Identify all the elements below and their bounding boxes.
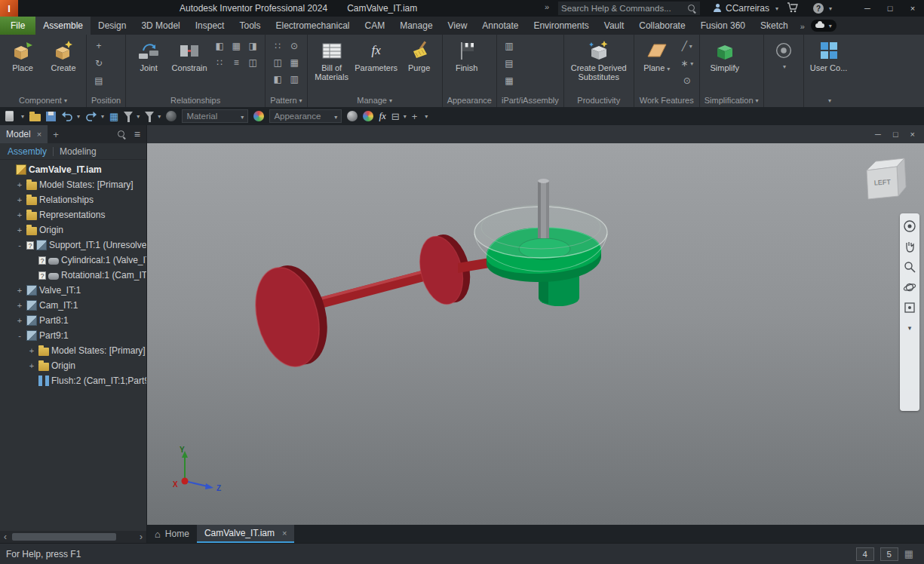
tab-assemble[interactable]: Assemble bbox=[35, 17, 91, 35]
appearance-select[interactable]: Appearance bbox=[269, 109, 342, 123]
tab-design[interactable]: Design bbox=[91, 17, 134, 35]
constrain-button[interactable]: Constrain bbox=[170, 37, 209, 75]
document-tab-close-icon[interactable]: × bbox=[282, 529, 287, 538]
close-button[interactable]: × bbox=[901, 0, 924, 17]
material-ball-icon[interactable] bbox=[166, 109, 177, 123]
expander-icon[interactable]: + bbox=[27, 361, 36, 370]
orbit-icon[interactable] bbox=[903, 280, 916, 294]
group-label-position[interactable]: Position bbox=[90, 93, 122, 107]
view-grid-icon[interactable]: ▦ bbox=[109, 109, 118, 123]
place-button[interactable]: Place bbox=[3, 37, 42, 75]
help-search-box[interactable] bbox=[558, 2, 700, 15]
plane-button[interactable]: Plane bbox=[637, 37, 677, 76]
ipart-edit-icon[interactable]: ▤ bbox=[502, 56, 517, 71]
scrollbar-thumb[interactable] bbox=[12, 533, 116, 541]
tree-item-part8[interactable]: + Part8:1 bbox=[0, 313, 146, 328]
open-icon[interactable] bbox=[29, 109, 41, 123]
browser-tab-close-icon[interactable]: × bbox=[37, 130, 41, 139]
tree-item-cylindrical[interactable]: ? Cylindrical:1 (Valve_IT:1; bbox=[0, 253, 146, 268]
tab-inspect[interactable]: Inspect bbox=[188, 17, 232, 35]
bill-of-materials-button[interactable]: Bill of Materials bbox=[311, 37, 353, 84]
browser-subtab-modeling[interactable]: Modeling bbox=[60, 146, 97, 157]
free-rotate-icon[interactable]: ↻ bbox=[91, 56, 106, 71]
expander-icon[interactable]: + bbox=[15, 225, 24, 234]
expander-icon[interactable]: + bbox=[15, 195, 24, 204]
group-label-relationships[interactable]: Relationships bbox=[129, 93, 262, 107]
simplify-button[interactable]: Simplify bbox=[703, 37, 747, 75]
ipart-table-icon[interactable]: ▥ bbox=[502, 38, 517, 54]
group-label-appearance[interactable]: Appearance bbox=[446, 93, 493, 107]
mirror-icon[interactable]: ◫ bbox=[270, 55, 285, 70]
move-icon[interactable]: + bbox=[412, 109, 418, 123]
toolbar-more-icon[interactable] bbox=[422, 109, 428, 123]
zoom-icon[interactable] bbox=[903, 260, 916, 274]
help-icon[interactable]: ? bbox=[813, 3, 824, 14]
create-derived-substitutes-button[interactable]: Create Derived Substitutes bbox=[567, 37, 631, 84]
help-menu[interactable]: ? bbox=[813, 0, 832, 17]
expander-icon[interactable]: - bbox=[15, 241, 24, 250]
tab-view[interactable]: View bbox=[441, 17, 475, 35]
expander-icon[interactable]: + bbox=[15, 301, 24, 310]
scroll-right-icon[interactable]: › bbox=[136, 532, 146, 542]
priority-filter-icon[interactable] bbox=[145, 109, 161, 123]
cloud-sync-button[interactable] bbox=[811, 20, 837, 32]
tab-overflow-icon[interactable]: » bbox=[800, 22, 805, 35]
tree-item-part9[interactable]: - Part9:1 bbox=[0, 328, 146, 343]
browser-tab-model[interactable]: Model × bbox=[0, 125, 48, 143]
tab-environments[interactable]: Environments bbox=[526, 17, 596, 35]
tree-item-valve[interactable]: + Valve_IT:1 bbox=[0, 283, 146, 298]
add-browser-tab-icon[interactable]: + bbox=[48, 129, 64, 140]
pattern-rectangular-icon[interactable]: ∷ bbox=[270, 38, 285, 54]
new-file-dropdown-icon[interactable] bbox=[19, 109, 24, 123]
tab-annotate[interactable]: Annotate bbox=[474, 17, 526, 35]
viewport-3d[interactable]: LEFT ▾ Y Z X bbox=[147, 143, 924, 525]
minimize-button[interactable]: ─ bbox=[856, 0, 879, 17]
user-account-menu[interactable]: CCarreiras bbox=[713, 0, 778, 17]
selection-filter-icon[interactable] bbox=[124, 109, 140, 123]
browser-subtab-assembly[interactable]: Assembly bbox=[8, 146, 47, 157]
tab-tools[interactable]: Tools bbox=[232, 17, 268, 35]
tree-item-representations[interactable]: + Representations bbox=[0, 207, 146, 222]
purge-button[interactable]: Purge bbox=[400, 37, 439, 75]
free-move-icon[interactable]: + bbox=[91, 38, 106, 54]
tree-item-relationships[interactable]: + Relationships bbox=[0, 192, 146, 207]
expander-icon[interactable]: + bbox=[15, 316, 24, 325]
tab-electromechanical[interactable]: Electromechanical bbox=[268, 17, 357, 35]
expander-icon[interactable]: + bbox=[27, 346, 36, 355]
expander-icon[interactable]: - bbox=[15, 331, 24, 340]
navbar-more-icon[interactable]: ▾ bbox=[903, 321, 916, 335]
scroll-left-icon[interactable]: ‹ bbox=[0, 532, 11, 542]
show-constraints-icon[interactable]: ◧ bbox=[212, 38, 227, 54]
ucs-icon[interactable]: ⊙ bbox=[680, 73, 695, 88]
tab-camvalve-document[interactable]: CamValve_IT.iam × bbox=[197, 525, 295, 543]
hide-all-constraints-icon[interactable]: ◨ bbox=[245, 38, 260, 54]
redo-icon[interactable] bbox=[85, 109, 104, 123]
maximize-button[interactable]: □ bbox=[879, 0, 901, 17]
file-tab[interactable]: File bbox=[0, 17, 35, 35]
tree-item-part9-origin[interactable]: + Origin bbox=[0, 358, 146, 373]
tree-item-cam[interactable]: + Cam_IT:1 bbox=[0, 298, 146, 313]
axis-icon[interactable]: ╱ bbox=[680, 38, 695, 54]
tab-3d-model[interactable]: 3D Model bbox=[134, 17, 187, 35]
sphere-tool-button[interactable] bbox=[767, 37, 800, 72]
tab-vault[interactable]: Vault bbox=[597, 17, 631, 35]
store-cart-icon[interactable] bbox=[787, 2, 799, 15]
expander-icon[interactable]: + bbox=[15, 180, 24, 189]
new-file-icon[interactable] bbox=[5, 109, 14, 123]
show-all-constraints-icon[interactable]: ▦ bbox=[229, 38, 244, 54]
assembly-model[interactable] bbox=[147, 143, 924, 525]
tab-home[interactable]: ⌂ Home bbox=[147, 525, 197, 543]
create-button[interactable]: Create bbox=[44, 37, 83, 75]
inventor-logo[interactable]: I bbox=[0, 0, 18, 17]
tab-manage[interactable]: Manage bbox=[392, 17, 440, 35]
group-label-work-features[interactable]: Work Features bbox=[637, 93, 696, 107]
pattern-extra2-icon[interactable]: ▥ bbox=[287, 72, 302, 87]
appearance-ball-icon[interactable] bbox=[253, 109, 264, 123]
qat-overflow-icon[interactable]: » bbox=[545, 2, 549, 11]
doc-close-icon[interactable]: × bbox=[910, 130, 915, 139]
browser-menu-icon[interactable]: ≡ bbox=[134, 128, 140, 140]
adjust-appearance-icon[interactable] bbox=[347, 109, 358, 123]
tree-item-flush[interactable]: Flush:2 (Cam_IT:1;Part9:1) bbox=[0, 373, 146, 388]
look-at-icon[interactable] bbox=[903, 301, 916, 314]
tree-item-rotational[interactable]: ? Rotational:1 (Cam_IT:1;S bbox=[0, 268, 146, 283]
